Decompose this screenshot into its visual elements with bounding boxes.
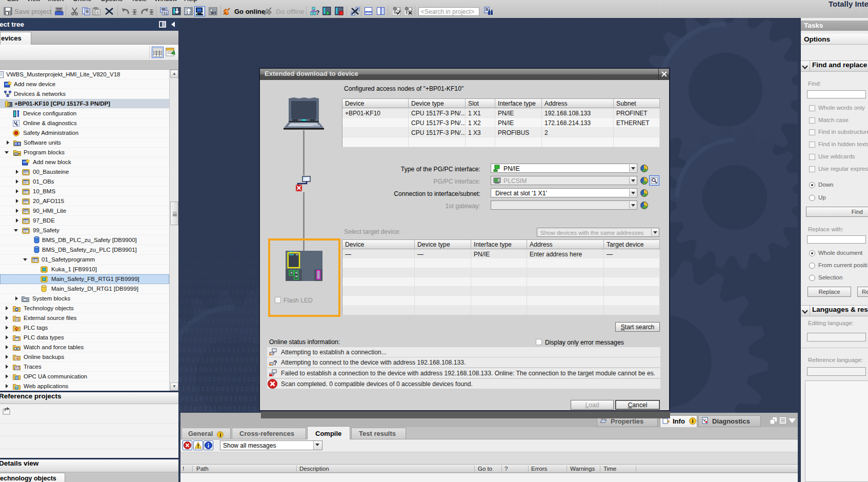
svg-text:RT: RT [211, 11, 216, 15]
svg-text:01: 01 [164, 11, 168, 15]
svg-text:?: ? [273, 359, 277, 366]
svg-text:?: ? [316, 9, 319, 16]
